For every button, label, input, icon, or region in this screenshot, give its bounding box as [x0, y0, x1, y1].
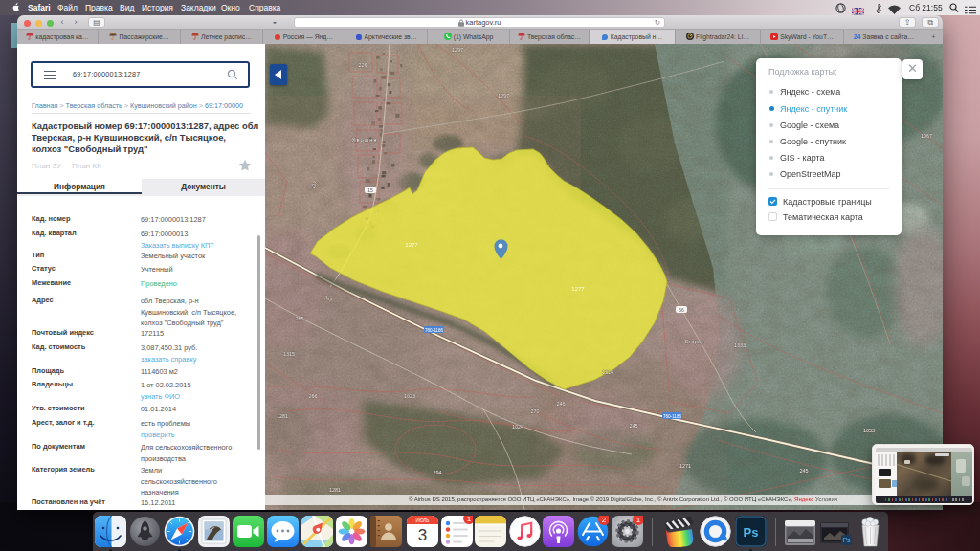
svg-text:270: 270 — [530, 408, 539, 414]
svg-text:265: 265 — [295, 316, 303, 321]
svg-text:1315: 1315 — [283, 351, 295, 357]
svg-text:226: 226 — [358, 62, 367, 68]
svg-text:2: 2 — [601, 516, 606, 524]
svg-text:56: 56 — [679, 307, 684, 313]
svg-text:1277: 1277 — [571, 286, 585, 292]
svg-text:1281: 1281 — [329, 487, 341, 493]
svg-text:1023: 1023 — [404, 393, 415, 399]
svg-text:1: 1 — [635, 516, 640, 524]
svg-text:1297: 1297 — [498, 93, 509, 99]
svg-text:Хвошня: Хвошня — [352, 137, 378, 143]
svg-text:246: 246 — [556, 401, 565, 407]
svg-text:1271: 1271 — [679, 463, 691, 469]
svg-text:1053: 1053 — [863, 428, 875, 433]
svg-text:Егорье: Егорье — [685, 339, 704, 344]
svg-text:Ps: Ps — [743, 525, 758, 540]
svg-text:760-1186: 760-1186 — [663, 414, 682, 419]
svg-text:294: 294 — [433, 470, 441, 475]
svg-text:245: 245 — [799, 468, 808, 474]
svg-text:1067: 1067 — [921, 133, 932, 139]
svg-text:760-1186: 760-1186 — [425, 328, 444, 333]
svg-text:245: 245 — [629, 423, 637, 429]
svg-text:Ps: Ps — [842, 537, 851, 543]
svg-text:1024: 1024 — [512, 424, 523, 430]
svg-text:1297: 1297 — [452, 47, 463, 53]
svg-text:1: 1 — [466, 516, 471, 523]
svg-text:266: 266 — [308, 393, 317, 399]
svg-text:1314: 1314 — [602, 369, 613, 375]
svg-text:1333: 1333 — [734, 342, 746, 348]
svg-text:1277: 1277 — [405, 242, 418, 248]
svg-text:ИЮЛЬ: ИЮЛЬ — [415, 518, 429, 523]
svg-text:1281: 1281 — [277, 413, 288, 419]
svg-text:3: 3 — [417, 526, 426, 544]
svg-text:15: 15 — [368, 187, 373, 193]
